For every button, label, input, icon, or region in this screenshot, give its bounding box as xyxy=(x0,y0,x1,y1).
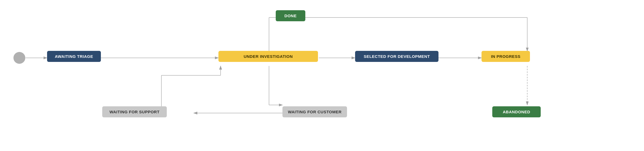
abandoned-node: ABANDONED xyxy=(492,106,541,117)
waiting-for-customer-label: WAITING FOR CUSTOMER xyxy=(288,110,342,114)
done-label: DONE xyxy=(284,13,296,18)
in-progress-label: IN PROGRESS xyxy=(491,54,521,59)
workflow-diagram: AWAITING TRIAGE UNDER INVESTIGATION SELE… xyxy=(0,0,644,151)
waiting-for-support-label: WAITING FOR SUPPORT xyxy=(109,110,160,114)
selected-for-development-label: SELECTED FOR DEVELOPMENT xyxy=(364,54,430,59)
under-investigation-label: UNDER INVESTIGATION xyxy=(244,54,293,59)
selected-for-development-node: SELECTED FOR DEVELOPMENT xyxy=(355,51,438,62)
awaiting-triage-node: AWAITING TRIAGE xyxy=(47,51,101,62)
abandoned-label: ABANDONED xyxy=(503,110,530,114)
start-node xyxy=(13,52,25,64)
done-node: DONE xyxy=(276,10,305,21)
waiting-for-support-node: WAITING FOR SUPPORT xyxy=(102,106,167,117)
awaiting-triage-label: AWAITING TRIAGE xyxy=(55,54,93,59)
arrows-svg xyxy=(0,0,644,151)
in-progress-node: IN PROGRESS xyxy=(482,51,530,62)
under-investigation-node: UNDER INVESTIGATION xyxy=(218,51,318,62)
waiting-for-customer-node: WAITING FOR CUSTOMER xyxy=(282,106,347,117)
